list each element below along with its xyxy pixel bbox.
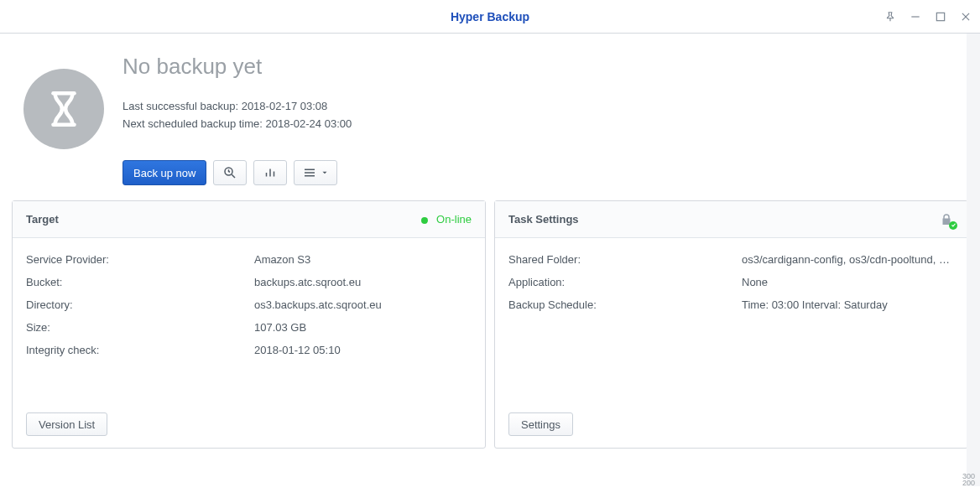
action-toolbar: Back up now — [122, 160, 957, 185]
task-panel-footer: Settings — [495, 404, 967, 448]
backup-now-button[interactable]: Back up now — [122, 160, 206, 185]
bar-chart-icon — [263, 165, 278, 180]
next-backup-value: 2018-02-24 03:00 — [266, 117, 352, 130]
encryption-status-icon — [939, 212, 954, 227]
directory-value: os3.backups.atc.sqroot.eu — [254, 298, 382, 311]
task-panel: Task Settings Shared Folder: os3/cardiga… — [494, 200, 968, 449]
size-value: 107.03 GB — [254, 321, 306, 334]
size-label: Size: — [26, 321, 254, 334]
gutter-n2: 200 — [962, 480, 975, 486]
shared-folder-value: os3/cardigann-config, os3/cdn-pooltund, … — [742, 253, 954, 266]
panels-row: Target On-line Service Provider: Amazon … — [0, 200, 980, 459]
kv-row: Size: 107.03 GB — [26, 316, 472, 339]
directory-label: Directory: — [26, 298, 254, 311]
application-value: None — [742, 276, 768, 288]
hourglass-icon — [23, 69, 104, 149]
kv-row: Shared Folder: os3/cardigann-config, os3… — [508, 248, 954, 271]
last-backup-value: 2018-02-17 03:08 — [242, 100, 328, 112]
kv-row: Service Provider: Amazon S3 — [26, 248, 472, 271]
target-status: On-line — [421, 213, 472, 226]
close-icon[interactable] — [960, 11, 972, 23]
target-panel-header: Target On-line — [13, 201, 485, 238]
status-text: On-line — [436, 213, 472, 226]
bucket-label: Bucket: — [26, 276, 254, 288]
kv-row: Integrity check: 2018-01-12 05:10 — [26, 339, 472, 361]
settings-button[interactable]: Settings — [508, 412, 573, 436]
maximize-icon[interactable] — [935, 11, 946, 23]
service-provider-label: Service Provider: — [26, 253, 254, 266]
status-dot-icon — [421, 217, 428, 224]
target-kv-list: Service Provider: Amazon S3 Bucket: back… — [13, 238, 485, 404]
service-provider-value: Amazon S3 — [254, 253, 310, 266]
schedule-value: Time: 03:00 Interval: Saturday — [742, 298, 888, 311]
explore-button[interactable] — [213, 160, 247, 185]
last-backup-line: Last successful backup: 2018-02-17 03:08 — [122, 100, 957, 112]
summary-section: No backup yet Last successful backup: 20… — [0, 34, 980, 200]
integrity-value: 2018-01-12 05:10 — [254, 344, 341, 356]
minimize-icon[interactable] — [910, 11, 921, 23]
target-panel-footer: Version List — [13, 404, 485, 448]
application-label: Application: — [508, 276, 742, 288]
statistics-button[interactable] — [253, 160, 287, 185]
svg-line-5 — [232, 174, 236, 178]
task-panel-title: Task Settings — [508, 213, 579, 226]
task-panel-header: Task Settings — [495, 201, 967, 238]
kv-row: Application: None — [508, 271, 954, 293]
window-title: Hyper Backup — [451, 10, 529, 23]
titlebar: Hyper Backup — [0, 0, 980, 34]
menu-dropdown-button[interactable] — [294, 160, 337, 185]
magnify-clock-icon — [222, 165, 237, 180]
next-backup-label: Next scheduled backup time: — [122, 117, 263, 130]
version-list-button[interactable]: Version List — [26, 412, 107, 436]
last-backup-label: Last successful backup: — [122, 100, 238, 112]
kv-row: Backup Schedule: Time: 03:00 Interval: S… — [508, 293, 954, 316]
chevron-down-icon — [321, 169, 329, 177]
gutter-numbers: 300 200 — [962, 473, 975, 486]
shared-folder-label: Shared Folder: — [508, 253, 742, 266]
menu-icon — [302, 165, 317, 180]
schedule-label: Backup Schedule: — [508, 298, 742, 311]
next-backup-line: Next scheduled backup time: 2018-02-24 0… — [122, 117, 957, 130]
target-panel: Target On-line Service Provider: Amazon … — [12, 200, 486, 449]
pin-icon[interactable] — [884, 11, 896, 23]
window-controls — [884, 0, 972, 34]
target-panel-title: Target — [26, 213, 59, 226]
svg-rect-1 — [936, 13, 944, 20]
integrity-label: Integrity check: — [26, 344, 254, 356]
kv-row: Bucket: backups.atc.sqroot.eu — [26, 271, 472, 293]
bucket-value: backups.atc.sqroot.eu — [254, 276, 361, 288]
task-kv-list: Shared Folder: os3/cardigann-config, os3… — [495, 238, 967, 404]
status-heading: No backup yet — [122, 54, 957, 80]
scroll-gutter: 300 200 — [967, 34, 980, 486]
kv-row: Directory: os3.backups.atc.sqroot.eu — [26, 293, 472, 316]
